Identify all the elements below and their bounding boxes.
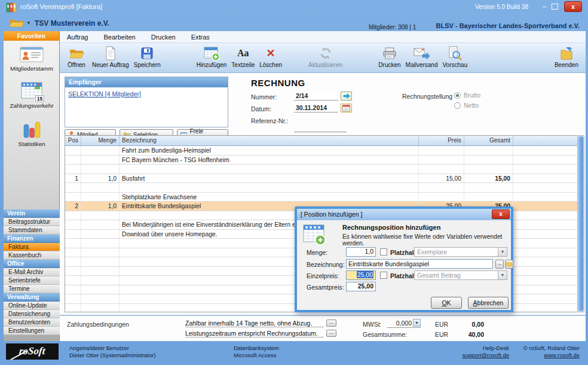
cell-pos bbox=[65, 165, 81, 174]
preview-button[interactable]: Vorschau bbox=[440, 45, 470, 69]
qty-placeholder-checkbox[interactable] bbox=[380, 248, 387, 256]
open-label: Öffnen bbox=[68, 62, 85, 68]
menu-drucken[interactable]: Drucken bbox=[151, 34, 176, 41]
price-input[interactable]: 25,00 bbox=[346, 270, 376, 280]
sidebar-item-datensicherung[interactable]: Datensicherung bbox=[4, 310, 60, 318]
desc-folder-button[interactable] bbox=[505, 260, 513, 269]
col-header-menge[interactable]: Menge bbox=[81, 136, 120, 145]
total-price-input[interactable]: 25,00 bbox=[346, 282, 376, 291]
exit-button[interactable]: Beenden bbox=[552, 45, 581, 69]
price-placeholder-dropdown[interactable]: Gesamt Beitrag ▼ bbox=[414, 270, 507, 280]
netto-radio[interactable] bbox=[454, 102, 461, 109]
minimize-button[interactable]: – bbox=[540, 2, 549, 10]
col-header-preis[interactable]: Preis bbox=[419, 136, 464, 145]
dialog-title-bar[interactable]: [ Position hinzufügen ] x bbox=[297, 209, 511, 220]
association-name: BLSV - Bayerischer Landes-Sportverband e… bbox=[436, 22, 580, 29]
mail-send-button[interactable]: Mailversand bbox=[403, 45, 440, 69]
qty-input[interactable]: 1,0 bbox=[346, 247, 376, 257]
chevron-down-icon[interactable]: ▼ bbox=[498, 271, 507, 279]
payment-line2-browse-button[interactable]: ... bbox=[326, 330, 336, 337]
col-header-extra bbox=[513, 136, 577, 145]
table-row[interactable] bbox=[65, 165, 577, 174]
cell-menge bbox=[81, 220, 120, 229]
menu-bearbeiten[interactable]: Bearbeiten bbox=[103, 34, 135, 41]
menu-bar: Auftrag Bearbeiten Drucken Extras bbox=[60, 31, 586, 43]
menu-auftrag[interactable]: Auftrag bbox=[67, 34, 88, 41]
sidebar-item-serienbriefe[interactable]: Serienbriefe bbox=[4, 276, 60, 285]
reference-field[interactable] bbox=[294, 124, 347, 132]
sidebar-item-label: Mitgliederstamm bbox=[4, 65, 60, 72]
sidebar-item-online-update[interactable]: Online-Update bbox=[4, 302, 60, 310]
desc-input[interactable]: Eintrittskarte Bundesligaspiel bbox=[346, 259, 493, 269]
sidebar-item-termine[interactable]: Termine bbox=[4, 285, 60, 293]
sidebar-item-kassenbuch[interactable]: Kassenbuch bbox=[4, 251, 60, 260]
grand-total-amount: 40,00 bbox=[448, 331, 484, 338]
sidebar-item-label: Statistiken bbox=[4, 141, 60, 147]
price-placeholder-checkbox[interactable] bbox=[380, 272, 387, 279]
invoice-date-field[interactable]: 30.11.2014 bbox=[294, 104, 338, 112]
close-button[interactable]: x bbox=[564, 1, 582, 12]
sidebar-item-stammdaten[interactable]: Stammdaten bbox=[4, 226, 60, 235]
menu-extras[interactable]: Extras bbox=[191, 34, 210, 41]
save-button[interactable]: Speichern bbox=[131, 45, 163, 69]
number-label: Nummer: bbox=[251, 93, 277, 101]
cell-preis bbox=[419, 156, 464, 165]
sidebar-item-benutzerkonten[interactable]: Benutzerkonten bbox=[4, 318, 60, 327]
club-dropdown-caret[interactable]: ▼ bbox=[26, 20, 31, 26]
support-email-link[interactable]: support@rosoft.de bbox=[463, 352, 509, 359]
sidebar-item-zahlungsverkehr[interactable]: 15 Zahlungsverkehr bbox=[4, 81, 60, 109]
cell-pos bbox=[65, 193, 81, 202]
brutto-radio[interactable] bbox=[454, 92, 461, 99]
app-logo-icon bbox=[6, 2, 17, 13]
cell-menge bbox=[81, 285, 120, 294]
desc-browse-button[interactable]: ... bbox=[495, 260, 504, 269]
table-row[interactable]: FC Bayern München - TSG Hoffenheim bbox=[65, 156, 577, 165]
payment-line2-input[interactable] bbox=[185, 329, 324, 337]
chevron-down-icon[interactable]: ▼ bbox=[413, 319, 421, 327]
cancel-button[interactable]: Abbrechen bbox=[468, 297, 509, 309]
sidebar-item-statistiken[interactable]: Statistiken bbox=[4, 120, 60, 147]
scrollbar-thumb[interactable] bbox=[578, 136, 583, 311]
col-header-pos[interactable]: Pos bbox=[65, 136, 81, 145]
cell-extra bbox=[513, 257, 577, 266]
cell-pos bbox=[65, 220, 81, 229]
sidebar-item-email-archiv[interactable]: E-Mail Archiv bbox=[4, 268, 60, 276]
table-scrollbar[interactable] bbox=[577, 135, 584, 312]
ok-button[interactable]: OK bbox=[431, 297, 462, 309]
chevron-down-icon[interactable]: ▼ bbox=[498, 248, 507, 256]
maximize-button[interactable] bbox=[552, 4, 558, 10]
club-folder-icon[interactable] bbox=[8, 17, 24, 28]
cell-pos bbox=[65, 276, 81, 285]
add-label: Hinzufügen bbox=[197, 62, 227, 68]
total-price-label: Gesamtpreis: bbox=[307, 284, 344, 291]
next-number-button[interactable] bbox=[341, 92, 352, 101]
new-order-button[interactable]: Neuer Auftrag bbox=[90, 45, 131, 69]
invoice-number-field[interactable]: 2/14 bbox=[294, 92, 338, 101]
payment-terms-label: Zahlungsbedingungen bbox=[67, 321, 129, 328]
table-row[interactable]: Fahrt zum Bundesliga-Heimspiel bbox=[65, 146, 577, 156]
delete-button[interactable]: ✕ Löschen bbox=[257, 45, 284, 69]
dialog-close-button[interactable]: x bbox=[492, 209, 510, 219]
payment-line1-browse-button[interactable]: ... bbox=[326, 320, 336, 327]
invoice-title: RECHNUNG bbox=[251, 78, 305, 88]
print-button[interactable]: Drucken bbox=[376, 45, 403, 69]
refresh-label: Aktualisieren bbox=[308, 62, 342, 68]
col-header-gesamt[interactable]: Gesamt bbox=[464, 136, 513, 145]
sidebar-item-einstellungen[interactable]: Einstellungen bbox=[4, 327, 60, 335]
col-header-bezeichnung[interactable]: Bezeichnung bbox=[120, 136, 419, 145]
selection-link[interactable]: SELEKTION [4 Mitglieder] bbox=[68, 90, 141, 98]
table-row[interactable]: Stehplatzkarte Erwachsene bbox=[65, 193, 577, 202]
sidebar-item-faktura[interactable]: Faktura bbox=[4, 243, 60, 251]
textline-button[interactable]: Aa Textzeile bbox=[229, 45, 257, 69]
sidebar-item-beitragsstruktur[interactable]: Beitragsstruktur bbox=[4, 218, 60, 226]
qty-placeholder-dropdown[interactable]: Exemplare ▼ bbox=[414, 247, 507, 257]
date-picker-button[interactable] bbox=[341, 104, 352, 112]
website-link[interactable]: www.rosoft.de bbox=[523, 352, 580, 359]
vat-dropdown[interactable]: 0,000 ▼ bbox=[387, 319, 421, 328]
open-button[interactable]: Öffnen bbox=[63, 45, 90, 69]
table-row[interactable]: 1 1,0 Busfahrt 15,00 15,00 bbox=[65, 174, 577, 184]
payment-line1-input[interactable] bbox=[185, 319, 324, 327]
add-position-button[interactable]: Hinzufügen bbox=[194, 45, 229, 69]
table-row[interactable] bbox=[65, 183, 577, 193]
sidebar-item-mitgliederstamm[interactable]: Mitgliederstamm bbox=[4, 45, 60, 72]
